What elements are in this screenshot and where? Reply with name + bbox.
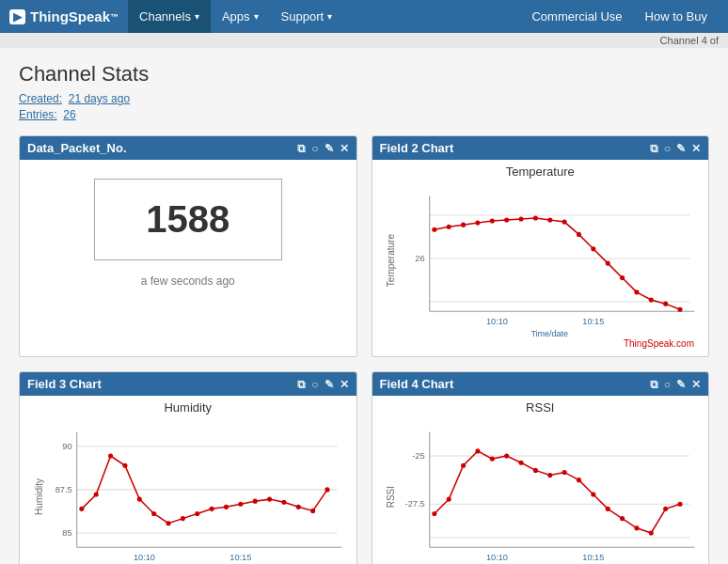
close-icon[interactable]: ✕ (340, 378, 349, 391)
field3-y-axis-label: Humidity (34, 478, 44, 515)
svg-point-9 (475, 221, 480, 226)
support-arrow-icon: ▾ (327, 11, 332, 22)
sub-header: Channel 4 of (0, 33, 728, 48)
svg-point-19 (620, 275, 625, 280)
svg-point-22 (663, 302, 668, 306)
channels-arrow-icon: ▾ (195, 11, 199, 22)
svg-point-7 (446, 225, 451, 229)
nav-commercial-use[interactable]: Commercial Use (520, 0, 633, 33)
widget-field2-icons: ⧉ ○ ✎ ✕ (650, 142, 701, 155)
external-link-icon[interactable]: ⧉ (297, 378, 306, 391)
logo[interactable]: ▶ ThingSpeak™ (9, 8, 119, 24)
svg-point-43 (210, 507, 214, 511)
widget-field4-title: Field 4 Chart (380, 377, 650, 391)
edit-icon[interactable]: ✎ (676, 378, 686, 391)
svg-point-37 (122, 463, 127, 468)
field4-chart-title: RSSI (382, 400, 700, 415)
data-packet-timestamp: a few seconds ago (141, 274, 235, 288)
svg-point-77 (663, 507, 668, 511)
svg-point-42 (195, 511, 199, 516)
logo-icon: ▶ (9, 9, 25, 24)
widget-field2-title: Field 2 Chart (380, 141, 650, 155)
widget-field4-body: RSSI RSSI (372, 396, 709, 564)
created-value[interactable]: 21 days ago (69, 92, 130, 105)
svg-point-66 (504, 453, 509, 458)
svg-point-46 (253, 499, 258, 504)
widget-data-packet-header: Data_Packet_No. ⧉ ○ ✎ ✕ (20, 136, 356, 160)
edit-icon[interactable]: ✎ (676, 142, 686, 155)
widget-data-packet-body: 1588 a few seconds ago (20, 160, 356, 306)
external-link-icon[interactable]: ⧉ (650, 142, 658, 155)
svg-point-14 (547, 217, 552, 222)
nav-channels[interactable]: Channels ▾ (128, 0, 211, 33)
svg-point-10 (489, 218, 494, 223)
edit-icon[interactable]: ✎ (324, 378, 334, 391)
edit-icon[interactable]: ✎ (324, 142, 334, 155)
field4-chart-container: -25 -27.5 (401, 419, 700, 564)
svg-text:26: 26 (415, 254, 424, 263)
widget-field4: Field 4 Chart ⧉ ○ ✎ ✕ RSSI RSSI (372, 371, 710, 564)
field2-y-axis-label: Temperature (386, 234, 396, 287)
entries-value: 26 (63, 108, 75, 121)
svg-point-50 (310, 509, 315, 513)
comment-icon[interactable]: ○ (664, 142, 671, 155)
logo-text: ThingSpeak (30, 8, 110, 24)
apps-arrow-icon: ▾ (254, 11, 259, 22)
widget-field4-header: Field 4 Chart ⧉ ○ ✎ ✕ (372, 372, 709, 396)
external-link-icon[interactable]: ⧉ (297, 142, 306, 155)
data-packet-value: 1588 (94, 179, 282, 260)
widget-data-packet-title: Data_Packet_No. (27, 141, 297, 155)
svg-point-78 (677, 502, 682, 507)
logo-tm: ™ (110, 12, 119, 22)
comment-icon[interactable]: ○ (311, 378, 318, 391)
svg-point-17 (591, 246, 595, 251)
field3-chart-svg: 90 87.5 85 (48, 419, 347, 564)
external-link-icon[interactable]: ⧉ (650, 378, 658, 391)
svg-text:10:10: 10:10 (134, 553, 155, 562)
widget-field3-body: Humidity Humidity (20, 396, 356, 564)
close-icon[interactable]: ✕ (691, 142, 701, 155)
created-meta: Created: 21 days ago (19, 92, 709, 105)
close-icon[interactable]: ✕ (691, 378, 701, 391)
svg-text:10:10: 10:10 (485, 317, 507, 326)
nav-apps[interactable]: Apps ▾ (211, 0, 270, 33)
widget-data-packet-icons: ⧉ ○ ✎ ✕ (297, 142, 348, 155)
svg-point-11 (504, 217, 509, 222)
header-right: Commercial Use How to Buy (520, 0, 719, 33)
nav-support-label: Support (281, 9, 324, 24)
svg-text:10:10: 10:10 (485, 553, 507, 562)
svg-point-75 (634, 525, 639, 530)
svg-point-72 (591, 492, 595, 496)
field3-chart-container: 90 87.5 85 (48, 419, 347, 564)
widget-grid: Data_Packet_No. ⧉ ○ ✎ ✕ 1588 a few secon… (19, 135, 709, 564)
svg-point-63 (461, 463, 466, 468)
svg-text:10:15: 10:15 (582, 553, 604, 562)
svg-point-6 (432, 227, 436, 232)
nav-apps-label: Apps (222, 9, 250, 24)
widget-data-packet: Data_Packet_No. ⧉ ○ ✎ ✕ 1588 a few secon… (19, 135, 357, 357)
close-icon[interactable]: ✕ (340, 142, 349, 155)
svg-point-41 (181, 516, 185, 521)
field2-watermark: ThingSpeak.com (382, 338, 700, 352)
svg-point-23 (677, 307, 682, 312)
comment-icon[interactable]: ○ (664, 378, 671, 391)
comment-icon[interactable]: ○ (311, 142, 318, 155)
svg-point-45 (238, 502, 243, 507)
nav-how-to-buy[interactable]: How to Buy (634, 0, 719, 33)
svg-point-67 (518, 461, 523, 465)
main-header: ▶ ThingSpeak™ Channels ▾ Apps ▾ Support … (0, 0, 728, 33)
nav-support[interactable]: Support ▾ (270, 0, 344, 33)
field2-chart-title: Temperature (382, 164, 700, 179)
svg-point-15 (562, 220, 566, 225)
widget-field3-title: Field 3 Chart (27, 377, 297, 391)
svg-point-13 (532, 215, 537, 220)
svg-point-21 (648, 297, 653, 302)
svg-point-12 (518, 216, 523, 221)
svg-text:90: 90 (62, 442, 71, 451)
widget-field3: Field 3 Chart ⧉ ○ ✎ ✕ Humidity Humidity (19, 371, 357, 564)
svg-point-40 (166, 521, 170, 525)
svg-point-44 (224, 505, 229, 509)
svg-text:85: 85 (62, 528, 71, 538)
svg-point-38 (137, 497, 142, 502)
widget-field2-header: Field 2 Chart ⧉ ○ ✎ ✕ (372, 136, 709, 160)
